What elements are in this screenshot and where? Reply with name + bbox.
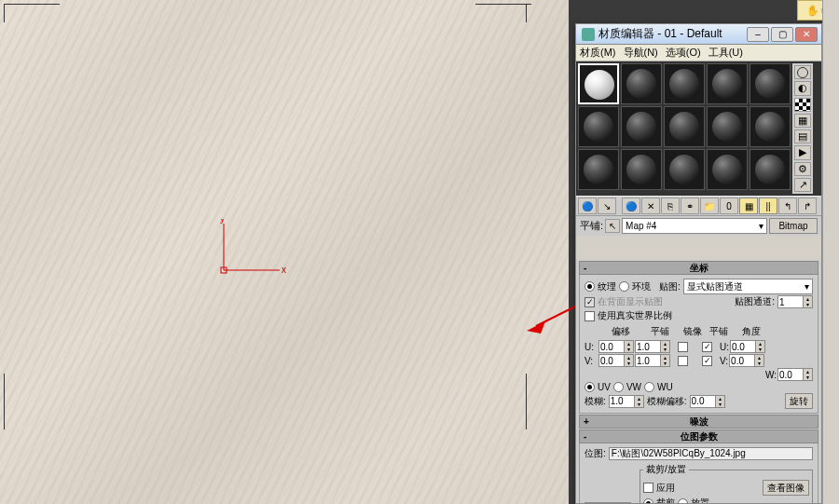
go-forward-icon[interactable]: ↱: [798, 198, 817, 214]
sample-slot[interactable]: [621, 106, 662, 147]
blur-spinner[interactable]: ▴▾: [609, 395, 644, 408]
make-unique-icon[interactable]: ⚭: [681, 198, 699, 214]
sample-slot[interactable]: [578, 106, 619, 147]
blur-offset-spinner[interactable]: ▴▾: [690, 395, 725, 408]
sample-slot[interactable]: [750, 106, 791, 147]
app-icon: [582, 28, 595, 41]
menubar: 材质(M) 导航(N) 选项(O) 工具(U): [576, 45, 821, 61]
u-tiling-spinner[interactable]: ▴▾: [635, 340, 670, 353]
v-tiling-spinner[interactable]: ▴▾: [635, 354, 670, 367]
options-icon[interactable]: ⚙: [794, 162, 811, 176]
v-mirror-check[interactable]: [678, 356, 688, 366]
put-to-library-icon[interactable]: 📁: [700, 198, 719, 214]
titlebar[interactable]: 材质编辑器 - 01 - Default – ▢ ✕: [576, 24, 821, 45]
close-button[interactable]: ✕: [795, 27, 818, 42]
background-icon[interactable]: [794, 98, 811, 112]
sample-slot[interactable]: [707, 63, 748, 104]
radio-vw[interactable]: [613, 382, 624, 392]
sample-slot[interactable]: [707, 106, 748, 147]
viewport[interactable]: x y: [0, 0, 569, 504]
w-angle-spinner[interactable]: ▴▾: [777, 368, 813, 381]
menu-options[interactable]: 选项(O): [666, 46, 701, 60]
map-channel-spinner[interactable]: ▴▾: [777, 295, 813, 308]
view-image-button[interactable]: 查看图像: [763, 480, 809, 496]
svg-marker-4: [527, 321, 545, 334]
material-editor-window: 材质编辑器 - 01 - Default – ▢ ✕ 材质(M) 导航(N) 选…: [575, 23, 822, 504]
sample-slot[interactable]: [707, 149, 748, 190]
make-copy-icon[interactable]: ⎘: [661, 198, 680, 214]
radio-environment[interactable]: [619, 281, 629, 292]
minimize-button[interactable]: –: [747, 27, 769, 42]
put-to-scene-icon[interactable]: ↘: [598, 198, 616, 214]
u-mirror-check[interactable]: [678, 342, 688, 352]
preview-icon[interactable]: ▶: [794, 145, 811, 159]
gizmo-x-label: x: [282, 265, 286, 275]
sample-slot[interactable]: [578, 63, 619, 104]
sample-slot[interactable]: [664, 149, 705, 190]
sample-type-icon[interactable]: [794, 65, 811, 79]
rollout-coordinates: -坐标 纹理 环境 贴图: 显式贴图通道▾ 在背面显示贴图 贴图通道: ▴▾ 使…: [579, 261, 818, 414]
rollout-header-coordinates[interactable]: -坐标: [579, 261, 818, 275]
video-check-icon[interactable]: ▤: [794, 129, 811, 143]
sample-slot[interactable]: [621, 149, 662, 190]
mapping-combo[interactable]: 显式贴图通道▾: [683, 279, 813, 294]
u-offset-spinner[interactable]: ▴▾: [598, 340, 634, 353]
show-end-result-icon[interactable]: ||: [759, 198, 777, 214]
rollout-bitmap-params: -位图参数 位图: F:\贴图\02W58PICqBy_1024.jpg 重新加…: [579, 429, 818, 503]
backlight-icon[interactable]: ◐: [794, 81, 811, 95]
radio-texture[interactable]: [585, 281, 595, 292]
get-material-icon[interactable]: 🔵: [578, 198, 597, 214]
sample-slot[interactable]: [750, 149, 791, 190]
reload-button[interactable]: 重新加载: [585, 502, 631, 504]
sample-slot[interactable]: [578, 149, 619, 190]
show-in-viewport-icon[interactable]: ▦: [739, 198, 758, 214]
map-type-button[interactable]: Bitmap: [769, 218, 818, 234]
sample-slot[interactable]: [664, 106, 705, 147]
gizmo-y-label: y: [220, 219, 225, 224]
sample-slot[interactable]: [664, 63, 705, 104]
radio-uv[interactable]: [585, 382, 595, 392]
assign-to-selection-icon[interactable]: 🔵: [622, 198, 640, 214]
right-command-panel-edge: [822, 0, 839, 504]
check-show-back: [585, 297, 595, 307]
tiling-nav-label: 平铺:: [580, 219, 603, 233]
rollout-scroll-area[interactable]: -坐标 纹理 环境 贴图: 显式贴图通道▾ 在背面显示贴图 贴图通道: ▴▾ 使…: [576, 260, 821, 503]
sample-uv-icon[interactable]: ▦: [794, 114, 811, 128]
menu-material[interactable]: 材质(M): [580, 46, 616, 60]
map-nav-row: 平铺: ↖ Map #4▾ Bitmap: [576, 216, 821, 236]
maximize-button[interactable]: ▢: [771, 27, 793, 42]
check-real-world[interactable]: [585, 311, 595, 321]
u-angle-spinner[interactable]: ▴▾: [730, 340, 765, 353]
menu-navigate[interactable]: 导航(N): [624, 46, 658, 60]
rotate-button[interactable]: 旋转: [785, 393, 813, 409]
material-toolbar: 🔵 ↘ 🔵 ✕ ⎘ ⚭ 📁 0 ▦ || ↰ ↱: [576, 196, 821, 216]
material-id-icon[interactable]: 0: [720, 198, 738, 214]
menu-tools[interactable]: 工具(U): [708, 46, 743, 60]
radio-place[interactable]: [678, 498, 688, 504]
hand-icon[interactable]: ✋: [806, 5, 819, 17]
sample-side-toolbar: ◐ ▦ ▤ ▶ ⚙ ↗: [792, 63, 813, 194]
rollout-noise: +噪波: [579, 415, 818, 429]
v-offset-spinner[interactable]: ▴▾: [598, 354, 634, 367]
v-tile-check[interactable]: [702, 356, 712, 366]
sample-slot[interactable]: [621, 63, 662, 104]
rollout-header-bitmap[interactable]: -位图参数: [579, 429, 818, 443]
select-by-material-icon[interactable]: ↗: [794, 178, 811, 192]
u-tile-check[interactable]: [702, 342, 712, 352]
window-title: 材质编辑器 - 01 - Default: [598, 26, 747, 42]
sample-slots-area: ◐ ▦ ▤ ▶ ⚙ ↗: [576, 61, 821, 196]
go-to-parent-icon[interactable]: ↰: [778, 198, 797, 214]
reset-icon[interactable]: ✕: [641, 198, 660, 214]
radio-wu[interactable]: [644, 382, 654, 392]
go-to-parent-small-icon[interactable]: ↖: [605, 219, 620, 233]
sample-slot[interactable]: [750, 63, 791, 104]
v-angle-spinner[interactable]: ▴▾: [729, 354, 764, 367]
axis-gizmo: x y: [214, 219, 289, 284]
radio-crop[interactable]: [643, 498, 653, 504]
map-name-combo[interactable]: Map #4▾: [622, 218, 767, 234]
rollout-header-noise[interactable]: +噪波: [579, 415, 818, 429]
apply-check[interactable]: [643, 483, 653, 493]
bitmap-path-button[interactable]: F:\贴图\02W58PICqBy_1024.jpg: [609, 447, 813, 460]
